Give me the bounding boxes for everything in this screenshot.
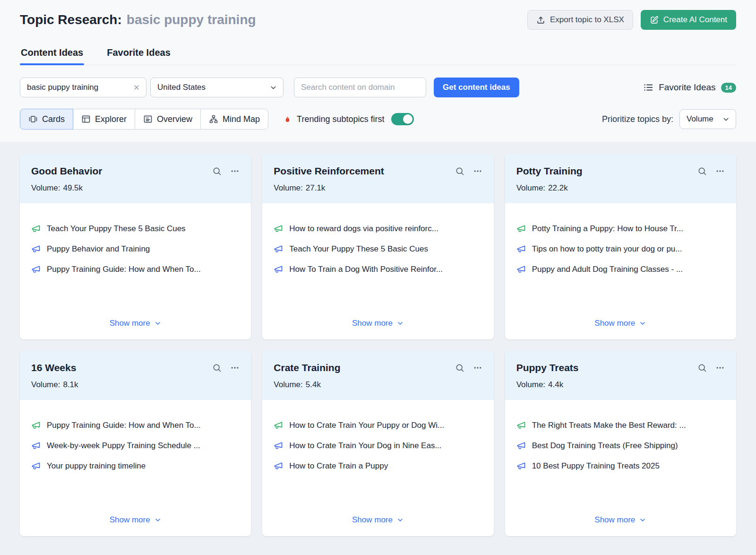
- idea-title: Teach Your Puppy These 5 Basic Cues: [47, 224, 186, 234]
- favorites-count-badge: 14: [721, 83, 736, 93]
- search-icon: [455, 363, 464, 373]
- content-idea-item[interactable]: The Right Treats Make the Best Reward: .…: [516, 421, 725, 430]
- topic-card-header: 16 Weeks Volume: 8.1k: [20, 351, 251, 400]
- card-actions: [455, 363, 482, 373]
- page-title: Topic Research: basic puppy training: [20, 12, 256, 27]
- content-idea-item[interactable]: Teach Your Puppy These 5 Basic Cues: [274, 244, 482, 254]
- favorite-ideas-link[interactable]: Favorite Ideas 14: [643, 82, 736, 93]
- topic-query-input[interactable]: basic puppy training: [20, 78, 146, 97]
- view-explorer-button[interactable]: Explorer: [73, 109, 135, 130]
- content-idea-item[interactable]: Week-by-week Puppy Training Schedule ...: [31, 441, 240, 451]
- clear-query-button[interactable]: [133, 84, 140, 91]
- show-more-button[interactable]: Show more: [262, 506, 493, 536]
- trending-control: Trending subtopics first: [283, 113, 413, 125]
- card-volume: Volume: 4.4k: [516, 380, 725, 390]
- create-ai-content-button[interactable]: Create AI Content: [641, 10, 736, 30]
- tab-bar: Content Ideas Favorite Ideas: [20, 47, 736, 65]
- idea-title: Puppy Training Guide: How and When To...: [47, 265, 201, 274]
- show-more-button[interactable]: Show more: [20, 506, 251, 536]
- content-idea-item[interactable]: Teach Your Puppy These 5 Basic Cues: [31, 224, 240, 234]
- megaphone-icon: [274, 224, 283, 234]
- card-idea-list: Puppy Training Guide: How and When To...…: [20, 400, 251, 471]
- show-more-button[interactable]: Show more: [20, 309, 251, 339]
- content-idea-item[interactable]: How to reward dogs via positive reinforc…: [274, 224, 482, 234]
- search-icon: [697, 363, 707, 373]
- volume-label: Volume:: [31, 380, 60, 390]
- card-search-button[interactable]: [212, 166, 222, 176]
- megaphone-icon: [516, 224, 526, 234]
- card-menu-button[interactable]: [473, 166, 482, 176]
- view-cards-button[interactable]: Cards: [20, 109, 73, 130]
- megaphone-icon: [31, 244, 41, 254]
- idea-title: How to reward dogs via positive reinforc…: [289, 224, 438, 234]
- trending-toggle[interactable]: [391, 113, 414, 125]
- list-icon: [643, 82, 653, 93]
- topic-card-header: Crate Training Volume: 5.4: [262, 351, 493, 400]
- card-idea-list: How to reward dogs via positive reinforc…: [262, 203, 493, 274]
- chevron-down-icon: [154, 516, 162, 524]
- content-idea-item[interactable]: Puppy Behavior and Training: [31, 244, 240, 254]
- prioritize-select-value: Volume: [687, 114, 713, 124]
- content-idea-item[interactable]: How To Train a Dog With Positive Reinfor…: [274, 265, 482, 274]
- topic-card: Positive Reinforcement Volume:: [262, 154, 493, 339]
- show-more-button[interactable]: Show more: [505, 309, 736, 339]
- topic-card: 16 Weeks Volume: 8.1k: [20, 351, 251, 536]
- megaphone-icon: [516, 421, 526, 430]
- prioritize-select[interactable]: Volume: [679, 109, 736, 129]
- content-idea-item[interactable]: How to Crate Train Your Dog in Nine Eas.…: [274, 441, 482, 451]
- card-menu-button[interactable]: [715, 363, 725, 373]
- content-idea-item[interactable]: Tips on how to potty train your dog or p…: [516, 244, 725, 254]
- content-idea-item[interactable]: Puppy Training Guide: How and When To...: [31, 421, 240, 430]
- content-idea-item[interactable]: 10 Best Puppy Training Treats 2025: [516, 461, 725, 471]
- topic-query-value: basic puppy training: [27, 83, 98, 92]
- view-mindmap-label: Mind Map: [223, 114, 260, 124]
- tab-favorite-ideas[interactable]: Favorite Ideas: [106, 47, 172, 65]
- show-more-button[interactable]: Show more: [505, 506, 736, 536]
- card-search-button[interactable]: [455, 363, 464, 373]
- tab-content-ideas[interactable]: Content Ideas: [20, 47, 84, 65]
- idea-title: Teach Your Puppy These 5 Basic Cues: [289, 244, 428, 254]
- card-title: Positive Reinforcement: [274, 165, 384, 177]
- content-idea-item[interactable]: Your puppy training timeline: [31, 461, 240, 471]
- topic-card-header: Puppy Treats Volume: 4.4k: [505, 351, 736, 400]
- topic-card: Crate Training Volume: 5.4: [262, 351, 493, 536]
- card-menu-button[interactable]: [715, 166, 725, 176]
- card-volume: Volume: 22.2k: [516, 183, 725, 193]
- card-menu-button[interactable]: [473, 363, 482, 373]
- card-title: 16 Weeks: [31, 362, 76, 373]
- card-search-button[interactable]: [212, 363, 222, 373]
- chevron-down-icon: [269, 84, 277, 92]
- content-idea-item[interactable]: Potty Training a Puppy: How to House Tr.…: [516, 224, 725, 234]
- card-menu-button[interactable]: [230, 166, 240, 176]
- show-more-button[interactable]: Show more: [262, 309, 493, 339]
- card-search-button[interactable]: [455, 166, 464, 176]
- card-search-button[interactable]: [697, 166, 707, 176]
- page-title-prefix: Topic Research:: [20, 12, 122, 27]
- domain-search-input[interactable]: [294, 78, 426, 97]
- card-menu-button[interactable]: [230, 363, 240, 373]
- search-icon: [212, 363, 222, 373]
- content-idea-item[interactable]: How to Crate Train a Puppy: [274, 461, 482, 471]
- export-xlsx-button[interactable]: Export topic to XLSX: [527, 10, 633, 30]
- create-ai-content-label: Create AI Content: [663, 15, 727, 25]
- content-idea-item[interactable]: Puppy and Adult Dog Training Classes - .…: [516, 265, 725, 274]
- get-content-ideas-button[interactable]: Get content ideas: [434, 78, 519, 97]
- view-overview-button[interactable]: Overview: [135, 109, 201, 130]
- idea-title: Best Dog Training Treats (Free Shipping): [532, 441, 678, 451]
- ellipsis-icon: [473, 166, 482, 176]
- view-mindmap-button[interactable]: Mind Map: [200, 109, 268, 130]
- card-search-button[interactable]: [697, 363, 707, 373]
- megaphone-icon: [274, 421, 283, 430]
- search-icon: [212, 166, 222, 176]
- card-idea-list: Potty Training a Puppy: How to House Tr.…: [505, 203, 736, 274]
- idea-title: Your puppy training timeline: [47, 461, 146, 471]
- ellipsis-icon: [473, 363, 482, 373]
- volume-value: 8.1k: [63, 380, 78, 390]
- content-idea-item[interactable]: Puppy Training Guide: How and When To...: [31, 265, 240, 274]
- country-select[interactable]: United States: [150, 78, 284, 97]
- page-header: Topic Research: basic puppy training Exp…: [20, 8, 736, 32]
- topic-cards-grid: Good Behavior Volume: 49.5: [20, 154, 736, 536]
- page-title-query: basic puppy training: [127, 12, 256, 27]
- content-idea-item[interactable]: How to Crate Train Your Puppy or Dog Wi.…: [274, 421, 482, 430]
- content-idea-item[interactable]: Best Dog Training Treats (Free Shipping): [516, 441, 725, 451]
